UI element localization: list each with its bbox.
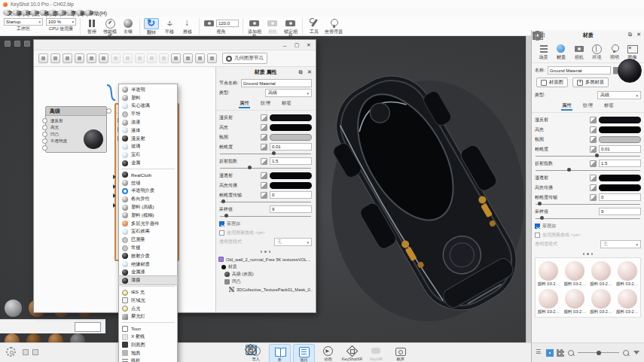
splitter-handle-icon[interactable] (216, 251, 315, 253)
dock-button[interactable]: 库 (269, 344, 291, 362)
color-swatch[interactable] (270, 114, 312, 121)
slider[interactable] (220, 151, 311, 156)
texture-chip-icon[interactable] (590, 194, 597, 201)
tab[interactable]: 标签 (603, 102, 615, 111)
transparency-dropdown[interactable]: 无 (274, 238, 312, 246)
context-menu-item[interactable]: 散射介质 (119, 252, 177, 260)
texture-chip-icon[interactable] (261, 192, 267, 199)
tree-item[interactable]: 3DCollective_TexturePack01_Mask_0... (218, 286, 313, 294)
undock-icon[interactable] (297, 68, 304, 76)
project-tab[interactable]: 环境 (588, 42, 606, 62)
project-tab[interactable]: 照明 (606, 42, 623, 62)
close-icon[interactable] (306, 68, 313, 76)
material-name-field[interactable] (548, 66, 611, 75)
slider[interactable] (536, 168, 640, 172)
tree-item[interactable]: 高级 (表面) (218, 271, 313, 278)
context-menu-item[interactable]: 液体 (119, 126, 177, 135)
context-menu-item[interactable]: 玻璃 (119, 143, 177, 151)
tab[interactable]: 属性 (239, 100, 250, 108)
fresnel-checkbox-row[interactable]: 菲涅尔 (219, 221, 312, 227)
menu-item[interactable]: 查看(V) (66, 10, 75, 16)
dolly-button[interactable]: 推移 (180, 18, 195, 34)
context-menu-item[interactable]: 多层光学器件 (119, 220, 177, 228)
context-menu-item[interactable]: 塑料 (模糊) (119, 211, 177, 220)
value-field[interactable]: 9 (599, 208, 641, 215)
context-menu-item[interactable]: 宝石效果 (119, 228, 177, 236)
color-swatch[interactable] (599, 184, 641, 191)
tree-item[interactable]: Old_wall_2_normal_Free 5K texturesVOL... (218, 256, 313, 263)
context-menu-item[interactable]: 绝缘材质 (119, 260, 177, 269)
splitter-handle-icon[interactable] (532, 253, 644, 255)
checkbox-icon[interactable] (535, 233, 540, 238)
dock-button[interactable]: KeyShotXR (341, 344, 363, 362)
graph-toolbar-icon[interactable] (207, 53, 217, 63)
tab[interactable]: 纹理 (260, 100, 271, 108)
slider[interactable] (536, 216, 640, 221)
pause-button[interactable]: 暂停 (84, 18, 99, 34)
context-menu-item[interactable]: RealCloth (119, 171, 177, 179)
menu-item[interactable]: 图像 (48, 10, 57, 16)
tumble-button[interactable]: 翻转 (144, 18, 159, 35)
checkbox-icon[interactable] (219, 230, 224, 236)
context-menu-item[interactable]: 剖面图 (119, 341, 177, 349)
library-material-item[interactable]: 颜料 03-2… (614, 260, 640, 287)
menu-item[interactable]: 环境 (21, 10, 30, 16)
graph-toolbar-icon[interactable] (99, 53, 108, 63)
menu-item[interactable]: 渲染(R) (57, 10, 66, 16)
material-preview-sphere[interactable] (618, 59, 642, 83)
zoom-out-icon[interactable] (567, 349, 575, 357)
list-view-icon[interactable] (536, 349, 543, 357)
type-dropdown[interactable]: 高级 (265, 89, 312, 97)
menu-item[interactable]: 窗口 (75, 10, 84, 16)
color-swatch[interactable] (599, 117, 641, 123)
context-menu-item[interactable]: 漫反射 (119, 135, 177, 143)
value-field[interactable]: 1.5 (270, 157, 312, 165)
output-port-circle[interactable] (106, 108, 111, 114)
library-material-item[interactable]: 颜料 03-2… (588, 287, 615, 315)
context-menu-item[interactable]: 实心玻璃 (119, 102, 177, 111)
slider[interactable] (220, 214, 311, 218)
material-graph-button[interactable]: 材质图 (536, 78, 568, 87)
texture-chip-icon[interactable] (261, 134, 267, 141)
graph-toolbar-icon[interactable] (123, 53, 133, 63)
color-swatch[interactable] (270, 182, 312, 189)
context-menu-item[interactable]: 各向异性 (119, 195, 177, 203)
tab[interactable]: 属性 (561, 102, 572, 111)
graph-toolbar-icon[interactable] (38, 53, 48, 63)
close-icon[interactable] (304, 41, 314, 50)
texture-chip-icon[interactable] (261, 158, 267, 165)
checkbox-checked-icon[interactable] (535, 224, 540, 229)
node-advanced-material[interactable]: 高级 漫反射 高光 凹凸 (45, 106, 107, 153)
checkbox-checked-icon[interactable] (219, 221, 224, 227)
filter-icon[interactable] (633, 349, 640, 357)
cpu-usage-dropdown[interactable]: 100 % (46, 18, 76, 26)
graph-toolbar-icon[interactable] (63, 53, 72, 63)
fov-field[interactable]: 120.0 (216, 20, 239, 27)
tab[interactable]: 纹理 (582, 102, 594, 111)
texture-chip-icon[interactable] (590, 136, 597, 143)
workspace-dropdown[interactable]: Startup (4, 18, 43, 26)
context-menu-item[interactable]: 平坦 (119, 110, 177, 118)
context-menu-item[interactable]: 宝石 (119, 151, 177, 159)
slider[interactable] (536, 154, 640, 158)
menu-item[interactable]: 照明(L) (30, 10, 39, 16)
maximize-icon[interactable] (291, 41, 302, 50)
value-field[interactable]: 9 (270, 205, 312, 213)
mini-view-icons[interactable] (23, 349, 38, 355)
gear-icon[interactable] (6, 347, 16, 357)
menu-item[interactable]: 编辑(E) (12, 10, 21, 16)
node-port[interactable]: 漫反射 (46, 117, 106, 124)
texture-chip-icon[interactable] (261, 172, 267, 179)
context-menu-item[interactable]: 薄膜 (119, 276, 177, 284)
texture-chip-icon[interactable] (590, 184, 597, 191)
port-circle-icon[interactable] (42, 132, 47, 137)
graph-toolbar-icon[interactable] (171, 53, 181, 63)
close-icon[interactable] (636, 32, 641, 38)
dock-button[interactable]: KeyVR (365, 344, 387, 362)
project-tab[interactable]: 场景 (535, 42, 552, 62)
light-manager-button[interactable]: 光管理器 (325, 18, 343, 34)
titlebar[interactable]: KeyShot 10.0 Pro - CH02.bip (0, 0, 644, 8)
tab[interactable]: 标签 (281, 100, 292, 108)
graph-toolbar-icon[interactable] (147, 53, 157, 63)
color-swatch[interactable] (599, 136, 641, 143)
